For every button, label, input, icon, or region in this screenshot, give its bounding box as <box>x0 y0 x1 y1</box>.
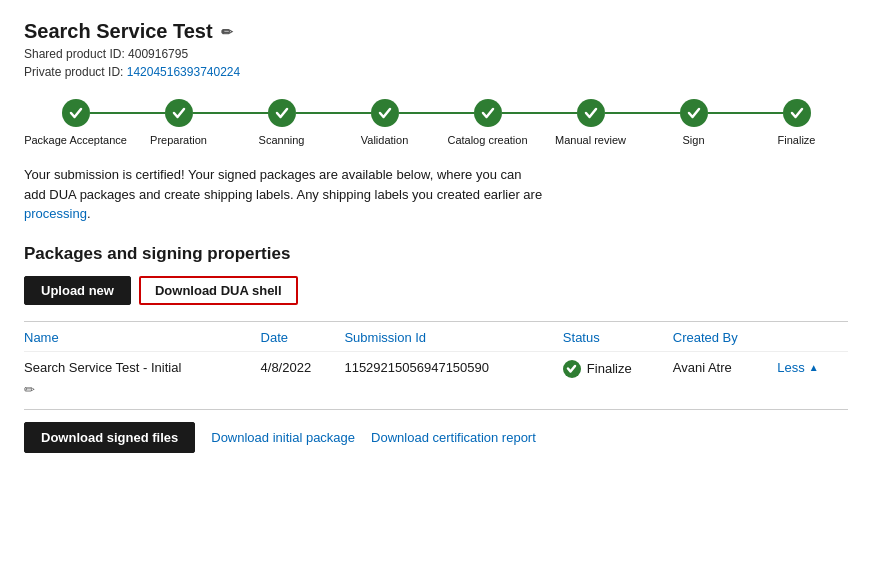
download-dua-button[interactable]: Download DUA shell <box>139 276 298 305</box>
col-created-by: Created By <box>673 322 778 352</box>
shared-product-label: Shared product ID: <box>24 47 125 61</box>
step-label-2: Scanning <box>259 133 305 147</box>
step-1: Preparation <box>127 99 230 147</box>
step-label-1: Preparation <box>150 133 207 147</box>
bottom-actions: Download signed files Download initial p… <box>24 422 848 453</box>
packages-title: Packages and signing properties <box>24 244 848 264</box>
download-cert-link[interactable]: Download certification report <box>371 430 536 445</box>
progress-section: Package AcceptancePreparationScanningVal… <box>24 99 848 149</box>
processing-link[interactable]: processing <box>24 206 87 221</box>
step-7: Finalize <box>745 99 848 147</box>
private-product-value: 14204516393740224 <box>127 65 240 79</box>
row-name: Search Service Test - Initial <box>24 351 261 382</box>
step-label-7: Finalize <box>778 133 816 147</box>
table-bottom-divider <box>24 409 848 410</box>
page-header: Search Service Test ✏ Shared product ID:… <box>24 20 848 79</box>
step-circle-4 <box>474 99 502 127</box>
packages-table: Name Date Submission Id Status Created B… <box>24 322 848 405</box>
step-label-0: Package Acceptance <box>24 133 127 147</box>
step-circle-1 <box>165 99 193 127</box>
upload-new-button[interactable]: Upload new <box>24 276 131 305</box>
step-3: Validation <box>333 99 436 147</box>
step-4: Catalog creation <box>436 99 539 147</box>
status-label: Finalize <box>587 361 632 376</box>
step-2: Scanning <box>230 99 333 147</box>
row-status: Finalize <box>563 351 673 382</box>
shared-product-value: 400916795 <box>128 47 188 61</box>
download-initial-link[interactable]: Download initial package <box>211 430 355 445</box>
edit-cell: ✏ <box>24 382 848 405</box>
col-status: Status <box>563 322 673 352</box>
step-6: Sign <box>642 99 745 147</box>
submission-message: Your submission is certified! Your signe… <box>24 165 584 224</box>
step-circle-5 <box>577 99 605 127</box>
row-less[interactable]: Less ▲ <box>777 351 848 382</box>
message-line1: Your submission is certified! Your signe… <box>24 167 521 182</box>
table-header-row: Name Date Submission Id Status Created B… <box>24 322 848 352</box>
packages-section: Packages and signing properties Upload n… <box>24 244 848 453</box>
private-product-label: Private product ID: <box>24 65 123 79</box>
step-0: Package Acceptance <box>24 99 127 147</box>
step-circle-3 <box>371 99 399 127</box>
message-line2: add DUA packages and create shipping lab… <box>24 187 542 202</box>
status-check-icon <box>563 360 581 378</box>
step-label-5: Manual review <box>555 133 626 147</box>
col-date: Date <box>261 322 345 352</box>
row-submission-id: 11529215056947150590 <box>344 351 562 382</box>
toolbar: Upload new Download DUA shell <box>24 276 848 305</box>
step-circle-2 <box>268 99 296 127</box>
table-row: Search Service Test - Initial 4/8/2022 1… <box>24 351 848 382</box>
col-submission-id: Submission Id <box>344 322 562 352</box>
step-circle-0 <box>62 99 90 127</box>
row-created-by: Avani Atre <box>673 351 778 382</box>
less-label[interactable]: Less <box>777 360 804 375</box>
page-title: Search Service Test <box>24 20 213 43</box>
step-circle-6 <box>680 99 708 127</box>
step-circle-7 <box>783 99 811 127</box>
edit-pencil-icon[interactable]: ✏ <box>24 382 35 397</box>
step-label-4: Catalog creation <box>447 133 527 147</box>
step-label-6: Sign <box>682 133 704 147</box>
download-signed-button[interactable]: Download signed files <box>24 422 195 453</box>
step-5: Manual review <box>539 99 642 147</box>
col-name: Name <box>24 322 261 352</box>
chevron-up-icon: ▲ <box>809 362 819 373</box>
edit-icon[interactable]: ✏ <box>221 24 233 40</box>
step-label-3: Validation <box>361 133 409 147</box>
row-date: 4/8/2022 <box>261 351 345 382</box>
col-actions <box>777 322 848 352</box>
edit-row: ✏ <box>24 382 848 405</box>
